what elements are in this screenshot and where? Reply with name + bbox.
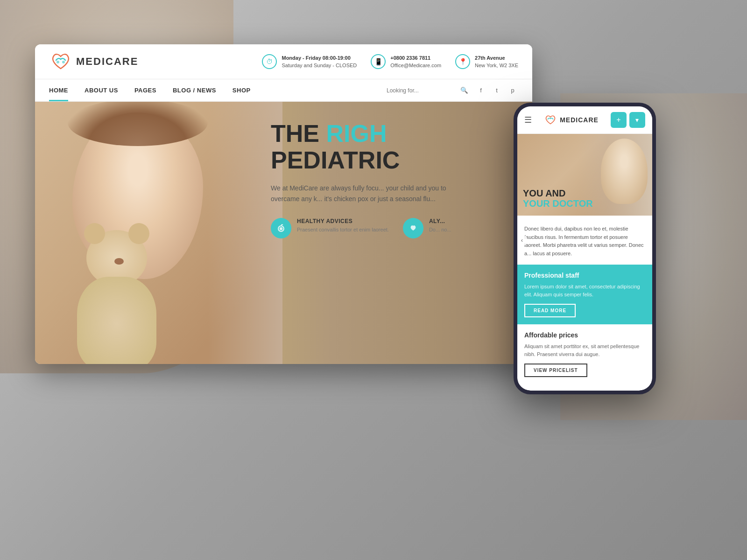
bg-doctor [189, 102, 282, 364]
mobile-plus-button[interactable]: + [611, 112, 627, 128]
teddy-bear [58, 230, 175, 364]
professional-staff-title: Professional staff [524, 272, 645, 279]
logo-icon [49, 50, 72, 73]
hero-description: We at MediCare are always fully focu... … [271, 183, 467, 204]
nav-pages[interactable]: PAGES [134, 79, 156, 101]
address-text: 27th Avenue New York, W2 3XE [475, 54, 518, 70]
affordable-prices-title: Affordable prices [524, 331, 645, 339]
mobile-slide-content: ‹ Donec libero dui, dapibus non leo et, … [517, 216, 652, 265]
hero-image-area [35, 102, 282, 364]
nav-right: 🔍 f t p [387, 85, 518, 96]
site-header: MEDICARE ⏱ Monday - Friday 08:00-19:00 S… [35, 44, 532, 79]
nav-home[interactable]: HOME [49, 79, 68, 101]
read-more-button[interactable]: READ MORE [524, 304, 576, 317]
schedule-info: ⏱ Monday - Friday 08:00-19:00 Saturday a… [262, 54, 357, 70]
site-nav: HOME ABOUT US PAGES BLOG / NEWS SHOP 🔍 f… [35, 79, 532, 102]
teddy-body [77, 277, 156, 364]
view-pricelist-button[interactable]: VIEW PRICELIST [524, 364, 587, 377]
address-info: 📍 27th Avenue New York, W2 3XE [455, 54, 518, 70]
professional-staff-card: Professional staff Lorem ipsum dolor sit… [517, 265, 652, 324]
svg-point-1 [62, 61, 65, 63]
feature-healthy-advices: HEALTHY ADVICES Praesent convallis torto… [271, 218, 389, 238]
healthy-advices-text: HEALTHY ADVICES Praesent convallis torto… [297, 218, 389, 233]
affordable-prices-card: Affordable prices Aliquam sit amet portt… [517, 324, 652, 384]
twitter-icon[interactable]: t [491, 85, 502, 96]
mobile-header: ☰ MEDICARE + ▾ [517, 106, 652, 134]
location-icon: 📍 [455, 54, 470, 69]
teddy-nose [114, 258, 124, 265]
hero-title: THE RIGH PEDIATRIC [271, 120, 514, 174]
social-icons: f t p [475, 85, 518, 96]
nav-about[interactable]: ABOUT US [85, 79, 118, 101]
nav-shop[interactable]: SHOP [233, 79, 251, 101]
hands-svg [409, 224, 418, 233]
mobile-menu-icon[interactable]: ☰ [524, 115, 532, 125]
alt-feature-icon [403, 218, 423, 238]
mobile-hero-image: YOU AND YOUR DOCTOR [517, 134, 652, 216]
hero-title-pediatric: PEDIATRIC [271, 147, 400, 174]
phone-text: +0800 2336 7811 Office@Medicare.com [390, 54, 441, 70]
mobile-logo-icon [544, 113, 557, 126]
phone-icon: 📱 [371, 54, 386, 69]
apple-svg [276, 224, 286, 233]
hero-title-right: RIGH [326, 120, 387, 147]
mobile-header-buttons: + ▾ [611, 112, 645, 128]
facebook-icon[interactable]: f [475, 85, 486, 96]
alt-feature-desc: Do... no... [429, 226, 451, 233]
header-info: ⏱ Monday - Friday 08:00-19:00 Saturday a… [262, 54, 518, 70]
search-button[interactable]: 🔍 [460, 87, 468, 94]
svg-point-2 [278, 225, 284, 232]
alt-feature-title: ALY... [429, 218, 451, 224]
pinterest-icon[interactable]: p [507, 85, 518, 96]
affordable-prices-text: Aliquam sit amet porttitor ex, sit amet … [524, 343, 645, 358]
teddy-ear-right [128, 223, 149, 244]
mobile-logo[interactable]: MEDICARE [544, 113, 599, 126]
desktop-browser: MEDICARE ⏱ Monday - Friday 08:00-19:00 S… [35, 44, 532, 364]
professional-staff-text: Lorem ipsum dolor sit amet, consectetur … [524, 283, 645, 298]
hero-section: THE RIGH PEDIATRIC We at MediCare are al… [35, 102, 532, 364]
mobile-chevron-button[interactable]: ▾ [629, 112, 645, 128]
mobile-logo-text: MEDICARE [560, 116, 599, 124]
nav-links: HOME ABOUT US PAGES BLOG / NEWS SHOP [49, 79, 251, 101]
mobile-mockup: ☰ MEDICARE + ▾ YOU AND [514, 103, 656, 394]
mobile-heading-your-doctor: YOUR DOCTOR [523, 198, 593, 209]
mobile-hero-heading: YOU AND YOUR DOCTOR [523, 188, 593, 209]
phone-info: 📱 +0800 2336 7811 Office@Medicare.com [371, 54, 441, 70]
mobile-screen: ☰ MEDICARE + ▾ YOU AND [517, 106, 652, 391]
nav-blog[interactable]: BLOG / NEWS [173, 79, 216, 101]
hero-title-the: THE [271, 120, 326, 147]
search-input[interactable] [387, 87, 457, 94]
feature-alt: ALY... Do... no... [403, 218, 451, 238]
search-area: 🔍 [387, 87, 468, 94]
clock-icon: ⏱ [262, 54, 277, 69]
alt-feature-text: ALY... Do... no... [429, 218, 451, 233]
hero-features: HEALTHY ADVICES Praesent convallis torto… [271, 218, 514, 238]
mobile-heading-you-and: YOU AND [523, 188, 565, 198]
mobile-hero-text: YOU AND YOUR DOCTOR [523, 188, 593, 209]
logo-area[interactable]: MEDICARE [49, 50, 138, 73]
teddy-ear-left [84, 223, 105, 244]
doctor-face [601, 139, 648, 204]
healthy-advices-title: HEALTHY ADVICES [297, 218, 389, 224]
schedule-text: Monday - Friday 08:00-19:00 Saturday and… [282, 54, 357, 70]
healthy-advices-desc: Praesent convallis tortor et enim laoree… [297, 226, 389, 233]
healthy-advices-icon [271, 218, 291, 238]
logo-text: MEDICARE [76, 56, 138, 68]
svg-point-0 [56, 61, 59, 63]
mobile-slide-text: Donec libero dui, dapibus non leo et, mo… [524, 225, 645, 258]
hero-content: THE RIGH PEDIATRIC We at MediCare are al… [271, 120, 514, 238]
